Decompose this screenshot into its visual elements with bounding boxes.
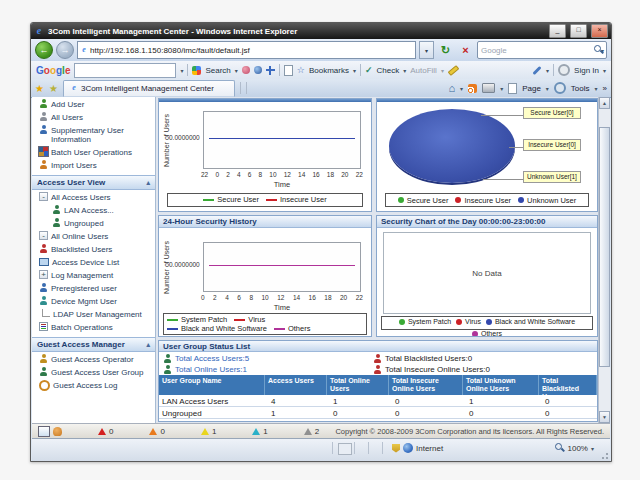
sidebar-item-import-users[interactable]: Import Users [32,158,155,171]
favorites-star-icon[interactable]: ★ [35,83,44,94]
print-caret-icon[interactable]: ▾ [500,85,503,92]
signin-button[interactable]: Sign In [574,66,599,75]
check-button[interactable]: Check [377,66,400,75]
legend-label: Unknown User [247,211,296,212]
tree-plus-icon[interactable] [39,270,48,279]
sidebar-item-guest-access-log[interactable]: Guest Access Log [32,378,155,392]
alarm-info[interactable]: 2 [304,427,319,436]
toolbar-plus-icon[interactable] [266,66,275,75]
scroll-up-button[interactable]: ▲ [599,97,610,109]
add-favorite-star-icon[interactable]: ★ [49,83,58,94]
x-tick: 14 [293,294,300,301]
tree-minus-icon[interactable] [39,231,48,240]
alarm-minor[interactable]: 1 [201,427,216,436]
chevron-up-icon[interactable]: ▴ [146,179,150,187]
x-tick: 4 [237,171,241,178]
sidebar-item-add-user[interactable]: Add User [32,97,155,110]
zoom-caret-icon[interactable]: ▾ [591,445,594,452]
search-caret-icon[interactable]: ▾ [235,67,238,74]
signin-caret-icon[interactable]: ▾ [603,67,606,74]
sidebar-item-guest-access-operator[interactable]: Guest Access Operator [32,352,155,365]
report-window-icon[interactable] [38,426,50,437]
sidebar-item-preregistered-user[interactable]: Preregistered user [32,281,155,294]
status-separator [382,442,383,454]
alarm-critical[interactable]: 0 [98,427,113,436]
sidebar-item-supplementary-user-information[interactable]: Supplementary User Information [32,123,155,145]
user-device-icon [39,296,48,305]
table-cell-group-name[interactable]: Ungrouped [159,407,265,419]
legend-entry: Virus [456,318,481,325]
tools-menu-button[interactable]: Tools [571,84,590,93]
stop-button[interactable]: × [457,42,474,59]
alarm-major[interactable]: 0 [149,427,164,436]
stat-total-access-users[interactable]: Total Access Users:5 [163,353,373,364]
toolbar-overflow-button[interactable]: » [603,84,607,93]
home-icon[interactable]: ⌂ [448,83,455,94]
close-button[interactable]: × [591,24,608,38]
alarm-warning[interactable]: 1 [252,427,267,436]
sidebar-item-ldap-user-management[interactable]: LDAP User Management [32,307,155,320]
back-button[interactable]: ← [35,41,53,59]
sidebar-item-access-device-list[interactable]: Access Device List [32,255,155,268]
user-info-icon [39,125,48,134]
sidebar-item-device-mgmt-user[interactable]: Device Mgmt User [32,294,155,307]
legend-label: System Patch [408,318,451,325]
search-box[interactable]: ▾ [477,41,607,59]
address-field[interactable]: e [77,41,416,59]
address-dropdown-button[interactable]: ▾ [419,41,434,59]
sidebar-item-blacklisted-users[interactable]: Blacklisted Users [32,242,155,255]
url-input[interactable] [90,46,413,55]
forward-button[interactable]: → [56,41,74,59]
sidebar-item-batch-user-operations[interactable]: Batch User Operations [32,145,155,158]
check-caret-icon[interactable]: ▾ [403,67,406,74]
sidebar-item-all-online-users[interactable]: All Online Users [32,229,155,242]
bookmarks-button[interactable]: Bookmarks [309,66,349,75]
sidebar-item-lan-access[interactable]: LAN Access... [32,203,155,216]
google-search-button[interactable]: Search [205,66,230,75]
toolbar-round-icon[interactable] [242,66,250,74]
restore-button[interactable]: □ [570,24,587,38]
rss-feed-icon[interactable] [468,84,477,93]
user-stat-icon [163,365,172,374]
send-page-icon[interactable] [284,65,293,76]
section-header-access-user-view[interactable]: Access User View ▴ [32,175,155,190]
pointer-hand-icon[interactable] [53,427,62,436]
tree-minus-icon[interactable] [39,192,48,201]
minimize-button[interactable]: _ [549,24,566,38]
tab-3com-imc[interactable]: e 3Com Intelligent Management Center [63,80,235,97]
resize-grip[interactable] [598,449,609,460]
sidebar-item-log-management[interactable]: Log Management [32,268,155,281]
highlighter-icon[interactable] [448,65,460,76]
home-caret-icon[interactable]: ▾ [460,85,463,92]
table-cell-group-name[interactable]: LAN Access Users [159,395,265,407]
sidebar-item-guest-access-user-group[interactable]: Guest Access User Group [32,365,155,378]
user-group-icon [52,205,61,214]
search-input[interactable] [478,46,594,55]
stat-total-online-users[interactable]: Total Online Users:1 [163,364,373,375]
sidebar-item-all-access-users[interactable]: All Access Users [32,190,155,203]
sidebar-item-all-users[interactable]: All Users [32,110,155,123]
google-search-input[interactable] [74,63,176,78]
zoom-control[interactable]: 100% ▾ [555,443,594,453]
section-header-guest-access-manager[interactable]: Guest Access Manager ▴ [32,337,155,352]
print-icon[interactable] [482,83,495,93]
google-search-history-caret-icon[interactable]: ▾ [180,67,183,74]
sidebar-item-batch-operations[interactable]: Batch Operations [32,320,155,333]
sidebar-item-ungrouped[interactable]: Ungrouped [32,216,155,229]
toolbar-settings-wrench-icon[interactable] [532,65,541,74]
chevron-up-icon[interactable]: ▴ [146,341,150,349]
tools-caret-icon[interactable]: ▾ [595,85,598,92]
scrollbar-thumb[interactable] [599,127,610,367]
content-scrollbar[interactable]: ▲ ▼ [598,97,610,423]
toolbar-globe-icon[interactable] [254,66,262,74]
window-titlebar[interactable]: e 3Com Intelligent Management Center - W… [31,23,611,39]
search-magnifier-icon[interactable] [594,45,599,55]
settings-caret-icon[interactable]: ▾ [546,67,549,74]
scroll-down-button[interactable]: ▼ [599,411,610,423]
bookmarks-caret-icon[interactable]: ▾ [353,67,356,74]
page-menu-button[interactable]: Page [522,84,541,93]
autofill-button[interactable]: AutoFill [410,66,437,75]
page-caret-icon[interactable]: ▾ [546,85,549,92]
security-zone[interactable]: Internet [392,443,443,453]
refresh-button[interactable]: ↻ [437,42,454,59]
